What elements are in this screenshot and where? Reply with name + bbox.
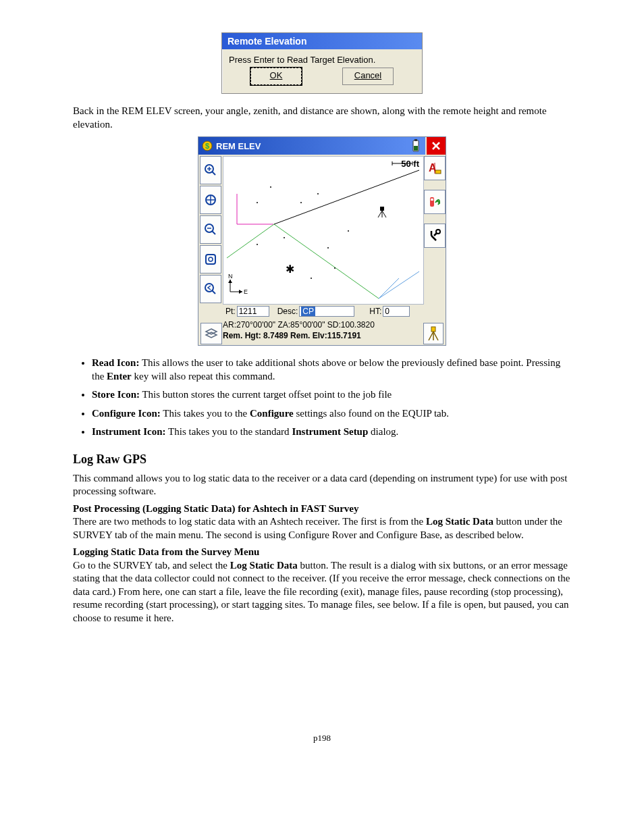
list-item: Read Icon: This allows the user to take … — [92, 357, 571, 383]
svg-rect-4 — [414, 146, 418, 151]
rem-elev-screen: $ REM ELEV — [198, 136, 446, 346]
desc-input[interactable]: CP — [301, 307, 315, 316]
ht-input[interactable] — [383, 306, 410, 317]
screen-title-bar: $ REM ELEV — [198, 137, 408, 155]
paragraph: Logging Static Data from the Survey Menu… — [73, 546, 571, 625]
status-line-1: AR:270°00'00" ZA:85°00'00" SD:100.3820 — [223, 319, 423, 330]
svg-point-52 — [284, 237, 285, 238]
svg-line-27 — [431, 236, 436, 240]
svg-rect-59 — [431, 327, 435, 332]
zoom-extents-icon[interactable] — [200, 186, 221, 214]
svg-rect-3 — [414, 139, 417, 141]
ok-button[interactable]: OK — [250, 68, 302, 85]
svg-point-54 — [327, 247, 329, 249]
dialog-title: Remote Elevation — [222, 33, 422, 49]
svg-point-49 — [300, 202, 302, 203]
left-toolbar — [200, 156, 221, 303]
layers-icon[interactable] — [200, 323, 222, 344]
svg-line-38 — [378, 211, 382, 217]
svg-line-15 — [212, 231, 215, 234]
svg-text:E: E — [244, 288, 248, 295]
remote-elevation-dialog: Remote Elevation Press Enter to Read Tar… — [221, 32, 423, 94]
dialog-prompt: Press Enter to Read Target Elevation. — [229, 55, 415, 65]
list-item: Instrument Icon: This takes you to the s… — [92, 425, 571, 439]
svg-line-8 — [212, 172, 215, 175]
icon-description-list: Read Icon: This allows the user to take … — [92, 357, 571, 439]
pt-input[interactable] — [237, 306, 269, 317]
svg-text:N: N — [228, 273, 233, 280]
page-number: p198 — [73, 733, 571, 744]
svg-rect-17 — [206, 255, 215, 264]
svg-rect-25 — [431, 199, 433, 201]
list-item: Configure Icon: This takes you to the Co… — [92, 407, 571, 421]
paragraph: This command allows you to log static da… — [73, 472, 571, 498]
read-icon[interactable]: A — [424, 156, 446, 180]
svg-line-60 — [429, 332, 433, 340]
list-item: Store Icon: This button stores the curre… — [92, 388, 571, 402]
svg-line-39 — [382, 211, 386, 217]
battery-icon — [406, 137, 425, 155]
zoom-previous-icon[interactable] — [200, 275, 221, 303]
configure-icon[interactable] — [424, 224, 446, 248]
map-scale: 50 ft — [401, 159, 419, 169]
svg-point-47 — [257, 202, 258, 203]
svg-marker-44 — [239, 290, 242, 294]
svg-text:$: $ — [205, 142, 209, 150]
svg-point-51 — [257, 244, 258, 245]
status-line-2: Rem. Hgt: 8.7489 Rem. Elv:115.7191 — [223, 330, 423, 341]
svg-point-56 — [334, 267, 336, 269]
app-icon: $ — [201, 140, 213, 152]
svg-rect-37 — [380, 207, 384, 211]
svg-marker-57 — [206, 329, 217, 334]
svg-marker-58 — [206, 332, 217, 338]
svg-line-20 — [212, 290, 215, 294]
svg-line-35 — [379, 278, 399, 298]
svg-point-55 — [348, 230, 349, 232]
svg-line-34 — [379, 271, 419, 298]
paragraph: Back in the REM ELEV screen, your angle,… — [73, 105, 571, 131]
cancel-button[interactable]: Cancel — [342, 68, 394, 85]
svg-text:✱: ✱ — [286, 263, 294, 275]
svg-line-61 — [433, 332, 438, 340]
paragraph: Post Processing (Logging Static Data) fo… — [73, 502, 571, 542]
svg-line-29 — [434, 233, 437, 236]
svg-point-48 — [270, 186, 271, 188]
desc-label: Desc: — [277, 307, 298, 316]
instrument-icon[interactable] — [423, 323, 444, 344]
zoom-in-icon[interactable] — [200, 156, 221, 184]
map-view[interactable]: ✱ N E — [223, 156, 424, 305]
ht-label: HT: — [369, 307, 381, 316]
svg-point-18 — [209, 257, 213, 261]
zoom-out-icon[interactable] — [200, 215, 221, 244]
svg-point-53 — [311, 278, 312, 279]
svg-marker-43 — [228, 280, 232, 283]
svg-rect-22 — [435, 170, 441, 174]
zoom-window-icon[interactable] — [200, 245, 221, 273]
store-icon[interactable] — [424, 190, 446, 214]
pt-label: Pt: — [225, 307, 236, 316]
right-toolbar: A — [424, 156, 444, 248]
point-input-row: Pt: Desc: CP HT: — [223, 305, 423, 318]
svg-point-50 — [317, 193, 319, 194]
section-heading: Log Raw GPS — [73, 452, 571, 467]
close-button[interactable] — [427, 137, 446, 155]
svg-line-33 — [274, 170, 419, 224]
status-lines: AR:270°00'00" ZA:85°00'00" SD:100.3820 R… — [223, 319, 423, 341]
